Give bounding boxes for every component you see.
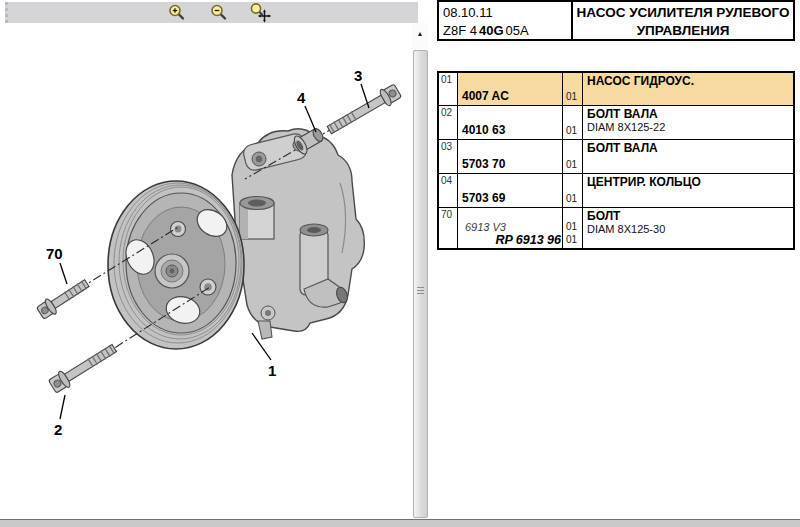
zoom-pan-button[interactable] xyxy=(247,3,275,23)
part-name-cell: ЦЕНТРИР. КОЛЬЦО xyxy=(583,174,793,207)
catalog-date: 08.10.11 xyxy=(443,4,567,22)
part-name: ЦЕНТРИР. КОЛЬЦО xyxy=(587,175,793,189)
part-ref: 4007 AC xyxy=(458,73,563,105)
bolt-part-2 xyxy=(47,340,119,394)
part-desc: DIAM 8X125-30 xyxy=(587,223,793,236)
zoom-out-button[interactable] xyxy=(205,3,233,23)
part-ref-cell: 6913 V3 RP 6913 96 xyxy=(458,208,563,248)
part-qty: 01 xyxy=(563,73,583,105)
part-name-cell: БОЛТ DIAM 8X125-30 xyxy=(583,208,793,248)
scroll-up-arrow-icon[interactable]: ▲ xyxy=(412,27,428,41)
table-row-03[interactable]: 03 5703 70 01 БОЛТ ВАЛА xyxy=(439,140,793,174)
pulley xyxy=(108,181,244,349)
catalog-header: 08.10.11 Z8F 440G05A НАСОС УСИЛИТЕЛЯ РУЛ… xyxy=(437,0,795,41)
part-name: БОЛТ ВАЛА xyxy=(587,141,793,155)
vertical-scrollbar[interactable]: ▲ xyxy=(412,23,428,519)
callout-1: 1 xyxy=(268,362,276,379)
part-qty: 01 xyxy=(563,106,583,139)
catalog-code-suffix: 05A xyxy=(506,23,529,38)
part-name-cell: БОЛТ ВАЛА DIAM 8X125-22 xyxy=(583,106,793,139)
callout-70: 70 xyxy=(46,245,63,262)
pump-body xyxy=(232,129,364,339)
zoom-out-icon xyxy=(209,3,229,23)
part-name: НАСОС ГИДРОУС. xyxy=(587,74,793,88)
page-title: НАСОС УСИЛИТЕЛЯ РУЛЕВОГО УПРАВЛЕНИЯ xyxy=(573,2,793,39)
zoom-in-icon xyxy=(167,3,187,23)
part-ref: 4010 63 xyxy=(458,106,563,139)
part-name-cell: НАСОС ГИДРОУС. xyxy=(583,73,793,105)
callout-2: 2 xyxy=(54,421,62,438)
table-row-04[interactable]: 04 5703 69 01 ЦЕНТРИР. КОЛЬЦО xyxy=(439,174,793,208)
toolbar xyxy=(5,2,418,23)
catalog-code: Z8F 440G05A xyxy=(443,22,567,40)
part-desc: DIAM 8X125-22 xyxy=(587,121,793,134)
part-qty: 01 xyxy=(563,140,583,173)
row-index: 70 xyxy=(439,208,458,248)
part-name: БОЛТ xyxy=(587,209,793,223)
table-row-01[interactable]: 01 4007 AC 01 НАСОС ГИДРОУС. xyxy=(439,73,793,106)
part-qty: 01 xyxy=(566,220,582,233)
part-name: БОЛТ ВАЛА xyxy=(587,107,793,121)
parts-table: 01 4007 AC 01 НАСОС ГИДРОУС. 02 4010 63 … xyxy=(437,71,795,250)
window-bottom-edge xyxy=(0,519,800,527)
catalog-reference-box: 08.10.11 Z8F 440G05A xyxy=(439,2,573,39)
part-ref: 5703 69 xyxy=(458,174,563,207)
zoom-in-button[interactable] xyxy=(163,3,191,23)
parts-catalog-window: 3 4 70 2 1 ▲ 08.10.11 Z8F 440G05A НАСОС … xyxy=(0,0,800,527)
table-row-70[interactable]: 70 6913 V3 RP 6913 96 01 01 БОЛТ DIAM 8X… xyxy=(439,208,793,248)
part-name-cell: БОЛТ ВАЛА xyxy=(583,140,793,173)
scrollbar-thumb[interactable] xyxy=(413,50,428,518)
scrollbar-grip-icon xyxy=(417,287,424,295)
row-index: 01 xyxy=(439,73,458,105)
row-index: 03 xyxy=(439,140,458,173)
part-qty: 01 xyxy=(563,174,583,207)
callout-4: 4 xyxy=(297,89,306,106)
zoom-pan-icon xyxy=(249,2,273,23)
callout-3: 3 xyxy=(354,67,362,84)
catalog-code-bold: 40G xyxy=(479,23,504,38)
part-qty-cell: 01 01 xyxy=(563,208,583,248)
row-index: 04 xyxy=(439,174,458,207)
part-qty-replacement: 01 xyxy=(566,233,582,246)
part-ref: 5703 70 xyxy=(458,140,563,173)
table-row-02[interactable]: 02 4010 63 01 БОЛТ ВАЛА DIAM 8X125-22 xyxy=(439,106,793,140)
row-index: 02 xyxy=(439,106,458,139)
bolt-part-70 xyxy=(35,276,91,321)
catalog-code-prefix: Z8F 4 xyxy=(443,23,477,38)
zoom-toolbar xyxy=(163,2,275,23)
pump-diagram: 3 4 70 2 1 xyxy=(0,23,437,519)
part-ref-replacement: RP 6913 96 xyxy=(458,234,562,247)
